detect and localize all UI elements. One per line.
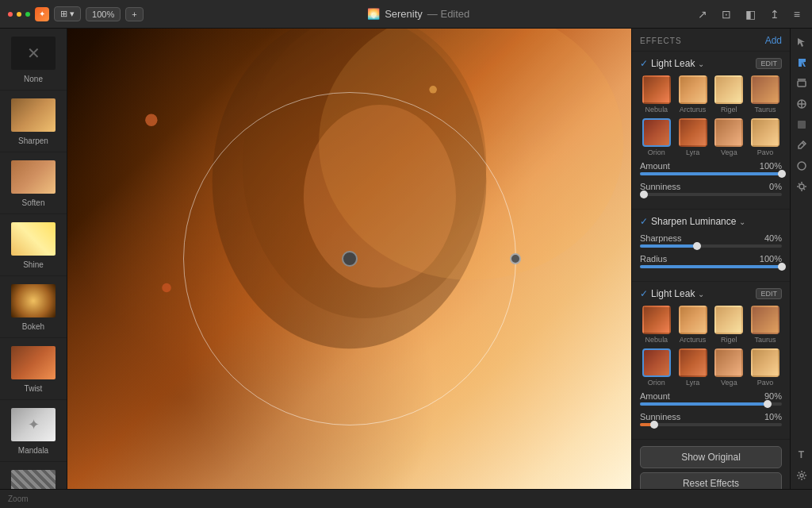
amount-slider-row-3: Amount 90% <box>640 391 782 401</box>
sunniness-value-1: 0% <box>769 182 782 191</box>
effect-3-thumbs-row2: Orion Lyra Vega Pavo <box>640 348 782 387</box>
effect-1-dropdown-icon[interactable]: ⌄ <box>698 60 704 68</box>
light-adjust-btn[interactable] <box>793 178 810 195</box>
sidebar-item-sharpen[interactable]: Sharpen <box>0 90 67 152</box>
amount-handle-3[interactable] <box>764 400 772 408</box>
sunniness-slider-track-1[interactable] <box>640 193 782 196</box>
zoom-control[interactable]: 100% <box>86 7 121 21</box>
thumb-vega-3[interactable]: Vega <box>713 348 746 387</box>
rect-tool-btn[interactable] <box>793 75 810 92</box>
text-tool-btn[interactable]: T <box>793 446 810 464</box>
export-icon[interactable]: ↥ <box>766 6 783 22</box>
sunniness-slider-row-1: Sunniness 0% <box>640 182 782 191</box>
thumb-taurus[interactable]: Taurus <box>749 75 782 114</box>
add-effect-btn[interactable]: Add <box>765 35 782 46</box>
sunniness-label-3: Sunniness <box>640 412 680 421</box>
thumb-pavo-3[interactable]: Pavo <box>749 348 782 387</box>
thumb-nebula-3[interactable]: Nebula <box>640 306 673 344</box>
thumb-vega[interactable]: Vega <box>713 118 746 156</box>
sharpness-handle[interactable] <box>693 242 701 250</box>
reset-effects-btn[interactable]: Reset Effects <box>640 472 782 489</box>
svg-point-3 <box>145 114 157 126</box>
effect-3-thumbs-row1: Nebula Arcturus Rigel Taurus <box>640 306 782 344</box>
svg-rect-7 <box>798 81 806 87</box>
radius-handle[interactable] <box>778 263 786 271</box>
thumb-orion[interactable]: Orion <box>640 118 673 156</box>
shine-preview <box>11 222 56 256</box>
amount-slider-track-1[interactable] <box>640 172 782 175</box>
close-dot[interactable] <box>8 12 13 17</box>
settings-btn[interactable] <box>793 467 810 484</box>
thumb-nebula[interactable]: Nebula <box>640 75 673 114</box>
brush-tool-btn[interactable] <box>793 137 810 154</box>
lyra-img-3 <box>679 348 707 377</box>
soften-preview <box>11 160 56 194</box>
minimize-dot[interactable] <box>17 12 21 17</box>
effect-3-dropdown-icon[interactable]: ⌄ <box>698 290 704 298</box>
sidebar-item-twist[interactable]: Twist <box>0 338 67 400</box>
effect-3-name: ✓ Light Leak ⌄ <box>640 288 704 299</box>
pavo-img <box>751 118 779 147</box>
effect-1-edit-btn[interactable]: EDIT <box>756 58 782 69</box>
thumb-arcturus[interactable]: Arcturus <box>676 75 710 114</box>
sidebar-item-shine[interactable]: Shine <box>0 214 67 276</box>
radius-slider-row: Radius 100% <box>640 254 782 264</box>
sidebar-item-bokeh[interactable]: Bokeh <box>0 276 67 338</box>
shine-label: Shine <box>23 260 44 269</box>
effect-3-edit-btn[interactable]: EDIT <box>756 288 782 299</box>
mandala-label: Mandala <box>18 446 48 455</box>
zoom-add-btn[interactable]: + <box>125 7 143 21</box>
amount-handle-1[interactable] <box>778 170 786 178</box>
thumb-arcturus-3[interactable]: Arcturus <box>676 306 710 344</box>
sharpen-preview <box>11 98 56 132</box>
vega-label: Vega <box>721 148 737 156</box>
effect-1-check-icon[interactable]: ✓ <box>640 58 648 69</box>
show-original-btn[interactable]: Show Original <box>640 446 782 468</box>
adjust-icon[interactable]: ◧ <box>741 6 760 22</box>
thumb-orion-3[interactable]: Orion <box>640 348 673 387</box>
thumb-pavo[interactable]: Pavo <box>749 118 782 156</box>
circle-center-handle[interactable] <box>342 251 358 267</box>
thumb-lyra-3[interactable]: Lyra <box>676 348 710 387</box>
nebula-img <box>642 75 671 104</box>
filter-tool-btn[interactable] <box>793 95 810 113</box>
menu-icon[interactable]: ≡ <box>790 6 804 22</box>
crop-icon[interactable]: ⊡ <box>718 6 735 22</box>
app-title: Serenity <box>385 8 423 20</box>
file-icon: 🌅 <box>367 8 380 20</box>
amount-slider-track-3[interactable] <box>640 402 782 406</box>
bottom-buttons: Show Original Reset Effects <box>632 439 790 489</box>
thumb-lyra[interactable]: Lyra <box>676 118 710 156</box>
expand-dot[interactable] <box>25 12 30 17</box>
sunniness-slider-track-3[interactable] <box>640 423 782 426</box>
sharpen-dropdown-icon[interactable]: ⌄ <box>739 217 745 226</box>
sunniness-handle-1[interactable] <box>640 190 648 198</box>
thumb-rigel-3[interactable]: Rigel <box>713 306 746 344</box>
sunniness-label-1: Sunniness <box>640 182 680 191</box>
effect-3-check-icon[interactable]: ✓ <box>640 288 648 299</box>
circle-select-btn[interactable] <box>793 157 810 175</box>
thumb-rigel[interactable]: Rigel <box>713 75 746 114</box>
radius-slider-track[interactable] <box>640 265 782 268</box>
circle-resize-handle[interactable] <box>510 253 521 264</box>
mask-tool-btn[interactable] <box>793 116 810 133</box>
sharpen-check-icon[interactable]: ✓ <box>640 216 648 227</box>
thumb-taurus-3[interactable]: Taurus <box>749 306 782 344</box>
rigel-img <box>714 75 743 104</box>
sidebar-item-soften[interactable]: Soften <box>0 152 67 214</box>
share-icon[interactable]: ↗ <box>694 6 711 22</box>
canvas-area[interactable] <box>67 29 631 489</box>
selection-circle[interactable] <box>183 92 516 425</box>
arcturus-img <box>679 75 707 104</box>
twist-label: Twist <box>25 384 43 393</box>
sunniness-handle-3[interactable] <box>650 421 658 429</box>
view-toggle[interactable]: ⊞ ▾ <box>54 6 81 21</box>
nebula-img-3 <box>642 306 671 334</box>
arrow-tool-btn[interactable] <box>793 54 810 71</box>
sharpness-slider-track[interactable] <box>640 244 782 248</box>
cursor-tool-btn[interactable] <box>793 33 810 51</box>
sidebar-item-angular[interactable]: Angular <box>0 462 67 489</box>
radius-fill <box>640 265 782 268</box>
sidebar-item-mandala[interactable]: ✦ Mandala <box>0 400 67 462</box>
sidebar-item-none[interactable]: ✕ None <box>0 29 67 90</box>
